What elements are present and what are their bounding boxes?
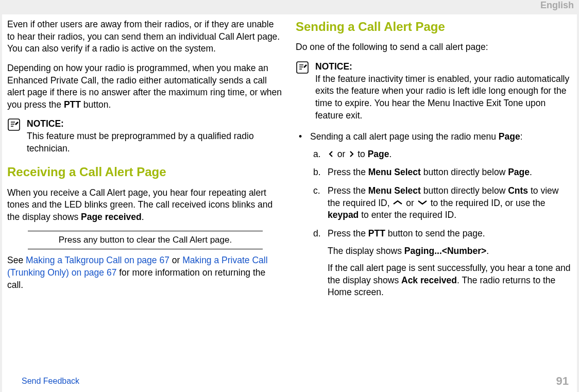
display-paging-number: Paging...<Number> <box>404 246 486 256</box>
menu-select-c: Menu Select <box>368 185 421 196</box>
notice-label-left: NOTICE: <box>27 118 283 130</box>
notice-body-right: NOTICE: If the feature inactivity timer … <box>315 61 572 122</box>
step-a-or: or <box>335 149 348 159</box>
p2-pre: Depending on how your radio is programme… <box>7 63 282 110</box>
page-footer: Send Feedback 91 <box>2 370 577 392</box>
step-a: a. or to Page. <box>313 148 572 161</box>
link-talkgroup-call[interactable]: Making a Talkgroup Call on page 67 <box>26 255 169 265</box>
display-page-received: Page received <box>81 212 142 222</box>
bullet-dot: • <box>296 131 305 143</box>
heading-sending: Sending a Call Alert Page <box>296 19 572 35</box>
step-b-text: Press the Menu Select button directly be… <box>328 166 572 179</box>
step-c-text: Press the Menu Select button directly be… <box>328 185 572 221</box>
menu-select-b: Menu Select <box>368 167 421 177</box>
step-a-text: or to Page. <box>328 148 572 161</box>
step-d-label: d. <box>313 228 323 304</box>
notice-block-left: NOTICE: This feature must be preprogramm… <box>7 118 283 155</box>
rule-bottom <box>28 249 263 249</box>
content-area: Even if other users are away from their … <box>2 14 577 370</box>
p2-post: button. <box>81 99 111 110</box>
page-header: English <box>0 0 579 14</box>
left-arrow-icon <box>328 150 335 158</box>
language-indicator: English <box>540 0 574 10</box>
sending-intro: Do one of the following to send a call a… <box>296 41 572 54</box>
see-mid: or <box>169 255 182 265</box>
keypad-label: keypad <box>328 210 359 220</box>
c-mid3: to the required ID, or use the <box>428 198 546 208</box>
ordered-steps: a. or to Page. b. Press the Menu Select … <box>296 148 572 304</box>
notice-label-right: NOTICE: <box>315 61 572 73</box>
receiving-paragraph: When you receive a Call Alert page, you … <box>7 187 283 224</box>
right-column: Sending a Call Alert Page Do one of the … <box>296 19 572 370</box>
d2-pre: The display shows <box>328 246 404 256</box>
notice-icon <box>7 118 21 131</box>
step-c-label: c. <box>313 185 323 221</box>
b-end: . <box>530 167 532 177</box>
d-post: button to send the page. <box>385 228 485 238</box>
step-a-end: . <box>389 149 391 159</box>
b-pre: Press the <box>328 167 368 177</box>
chevron-up-icon <box>392 200 403 205</box>
step-d-text: Press the PTT button to send the page. T… <box>328 228 572 304</box>
intro-paragraph-2: Depending on how your radio is programme… <box>7 62 283 111</box>
c-tail: to enter the required ID. <box>359 210 456 220</box>
recv-b: . <box>142 212 144 222</box>
b-mid: button directly below <box>421 167 508 177</box>
intro-paragraph-1: Even if other users are away from their … <box>7 19 283 55</box>
see-a: See <box>7 255 26 265</box>
svg-rect-0 <box>8 119 20 130</box>
bullet-text: Sending a call alert page using the radi… <box>310 131 523 143</box>
c-mid: button directly below <box>421 185 508 196</box>
page-number: 91 <box>556 374 569 388</box>
d-line2: The display shows Paging...<Number>. <box>328 245 572 258</box>
bullet-a: Sending a call alert page using the radi… <box>310 131 499 142</box>
notice-icon <box>296 61 309 74</box>
notice-text-left: This feature must be preprogrammed by a … <box>27 131 254 154</box>
display-page-a: Page <box>368 149 389 159</box>
c-or: or <box>403 198 416 208</box>
svg-rect-1 <box>297 62 308 73</box>
d-line3: If the call alert page is sent successfu… <box>328 262 572 299</box>
left-column: Even if other users are away from their … <box>7 19 283 370</box>
press-any-button-text: Press any button to clear the Call Alert… <box>7 234 283 246</box>
d-line1: Press the PTT button to send the page. <box>328 228 572 240</box>
step-b: b. Press the Menu Select button directly… <box>313 166 572 179</box>
heading-receiving: Receiving a Call Alert Page <box>7 164 283 180</box>
ptt-label-d: PTT <box>368 228 385 238</box>
d2-post: . <box>486 246 489 256</box>
display-cnts: Cnts <box>508 185 528 196</box>
chevron-down-icon <box>417 200 428 205</box>
ptt-label: PTT <box>64 99 81 110</box>
step-a-label: a. <box>313 148 323 161</box>
display-page-b: Page <box>508 167 530 177</box>
step-a-to: to <box>355 149 367 159</box>
right-arrow-icon <box>348 150 355 158</box>
notice-block-right: NOTICE: If the feature inactivity timer … <box>296 61 572 122</box>
page-root: English Even if other users are away fro… <box>0 0 579 392</box>
d-pre: Press the <box>328 228 368 238</box>
bullet-b: : <box>520 131 523 142</box>
bullet-sending-menu: • Sending a call alert page using the ra… <box>296 131 572 143</box>
display-page-bullet: Page <box>499 131 520 142</box>
notice-icon-wrap-r <box>296 61 310 78</box>
c-pre: Press the <box>328 185 368 196</box>
notice-text-right: If the feature inactivity timer is enabl… <box>315 74 569 121</box>
send-feedback-link[interactable]: Send Feedback <box>22 377 79 386</box>
notice-body-left: NOTICE: This feature must be preprogramm… <box>27 118 283 155</box>
notice-icon-wrap <box>7 118 22 135</box>
step-d: d. Press the PTT button to send the page… <box>313 228 572 304</box>
see-paragraph: See Making a Talkgroup Call on page 67 o… <box>7 254 283 291</box>
step-b-label: b. <box>313 166 323 179</box>
step-c: c. Press the Menu Select button directly… <box>313 185 572 221</box>
rule-top <box>28 231 263 231</box>
display-ack-received: Ack received <box>401 275 457 285</box>
